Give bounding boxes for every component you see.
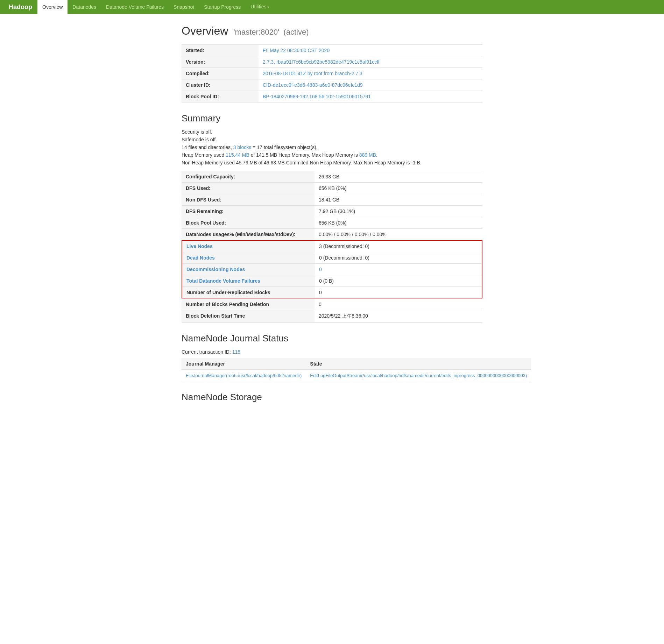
row-value: 0.00% / 0.00% / 0.00% / 0.00% — [315, 229, 482, 240]
info-value: 2016-08-18T01:41Z by root from branch-2.… — [259, 68, 482, 79]
table-row: Block Pool ID: BP-1840270989-192.168.56.… — [182, 91, 482, 102]
info-label: Started: — [182, 45, 259, 56]
info-value: 2.7.3, rbaa91f7c6bc9cb92be5982de4719c1c8… — [259, 56, 482, 68]
heap-highlight2: 889 MB — [359, 152, 376, 158]
info-label: Compiled: — [182, 68, 259, 79]
journal-table-header-row: Journal Manager State — [182, 358, 531, 370]
table-row: DFS Remaining: 7.92 GB (30.1%) — [182, 206, 482, 217]
summary-table: Configured Capacity: 26.33 GB DFS Used: … — [182, 171, 482, 240]
total-datanode-volume-failures-value: 0 (0 B) — [315, 275, 482, 287]
table-row: Dead Nodes 0 (Decommissioned: 0) — [182, 252, 482, 264]
main-content: Overview 'master:8020' (active) Started:… — [175, 14, 489, 418]
dead-nodes-value: 0 (Decommissioned: 0) — [315, 252, 482, 264]
pending-deletion-label: Number of Blocks Pending Deletion — [182, 299, 315, 310]
journal-col-manager: Journal Manager — [182, 358, 306, 370]
table-row: Total Datanode Volume Failures 0 (0 B) — [182, 275, 482, 287]
transaction-id: 118 — [232, 349, 240, 355]
blocks-highlight: 3 blocks — [233, 144, 251, 150]
summary-title: Summary — [182, 113, 482, 124]
storage-title: NameNode Storage — [182, 392, 482, 403]
info-label: Block Pool ID: — [182, 91, 259, 102]
page-title-text: Overview — [182, 24, 228, 37]
under-replicated-value: 0 — [315, 287, 482, 299]
table-row: DFS Used: 656 KB (0%) — [182, 183, 482, 194]
bottom-summary-table: Number of Blocks Pending Deletion 0 Bloc… — [182, 298, 482, 323]
row-value: 656 KB (0%) — [315, 183, 482, 194]
page-active-label: (active) — [281, 28, 309, 36]
journal-title: NameNode Journal Status — [182, 333, 482, 344]
block-deletion-start-value: 2020/5/22 上午8:36:00 — [315, 310, 482, 323]
nav-item-snapshot[interactable]: Snapshot — [169, 0, 199, 14]
table-row: Live Nodes 3 (Decommissioned: 0) — [182, 240, 482, 252]
nonheap-text: Non Heap Memory used 45.79 MB of 46.63 M… — [182, 160, 482, 165]
table-row: Number of Under-Replicated Blocks 0 — [182, 287, 482, 299]
row-label: Non DFS Used: — [182, 194, 315, 206]
row-label: Configured Capacity: — [182, 171, 315, 183]
heap-text: Heap Memory used 115.44 MB of 141.5 MB H… — [182, 152, 482, 158]
info-value: CID-de1ecc9f-e3d6-4883-a6e0-87dc96efc1d9 — [259, 79, 482, 91]
heap-highlight1: 115.44 MB — [226, 152, 249, 158]
summary-table-wrap: Configured Capacity: 26.33 GB DFS Used: … — [182, 171, 482, 323]
decommissioning-nodes-value[interactable]: 0 — [315, 264, 482, 275]
info-label: Version: — [182, 56, 259, 68]
transaction-label: Current transaction ID: — [182, 349, 231, 355]
nav-item-datanodes[interactable]: Datanodes — [68, 0, 101, 14]
info-table: Started: Fri May 22 08:36:00 CST 2020 Ve… — [182, 44, 482, 102]
info-label: Cluster ID: — [182, 79, 259, 91]
table-row: Decommissioning Nodes 0 — [182, 264, 482, 275]
nav-item-datanode-volume-failures[interactable]: Datanode Volume Failures — [101, 0, 169, 14]
journal-subtitle: Current transaction ID: 118 — [182, 349, 482, 355]
navbar: Hadoop Overview Datanodes Datanode Volum… — [0, 0, 664, 14]
table-row: Compiled: 2016-08-18T01:41Z by root from… — [182, 68, 482, 79]
journal-state-value: EditLogFileOutputStream(/usr/local/hadoo… — [306, 370, 531, 381]
total-datanode-volume-failures-label[interactable]: Total Datanode Volume Failures — [182, 275, 315, 287]
row-label: DFS Remaining: — [182, 206, 315, 217]
page-title: Overview 'master:8020' (active) — [182, 24, 482, 37]
table-row: Cluster ID: CID-de1ecc9f-e3d6-4883-a6e0-… — [182, 79, 482, 91]
nav-item-utilities[interactable]: Utilities — [246, 0, 274, 14]
table-row: Block Pool Used: 656 KB (0%) — [182, 217, 482, 229]
filesystem-text: 14 files and directories, 3 blocks = 17 … — [182, 144, 482, 150]
table-row: Block Deletion Start Time 2020/5/22 上午8:… — [182, 310, 482, 323]
highlighted-summary-table: Live Nodes 3 (Decommissioned: 0) Dead No… — [182, 240, 482, 299]
safemode-text: Safemode is off. — [182, 137, 482, 142]
dead-nodes-label[interactable]: Dead Nodes — [182, 252, 315, 264]
journal-manager-value[interactable]: FileJournalManager(root=/usr/local/hadoo… — [182, 370, 306, 381]
table-row: Version: 2.7.3, rbaa91f7c6bc9cb92be5982d… — [182, 56, 482, 68]
row-value: 18.41 GB — [315, 194, 482, 206]
security-text: Security is off. — [182, 129, 482, 135]
journal-table: Journal Manager State FileJournalManager… — [182, 358, 531, 381]
table-row: Number of Blocks Pending Deletion 0 — [182, 299, 482, 310]
live-nodes-value: 3 (Decommissioned: 0) — [315, 240, 482, 252]
journal-section: NameNode Journal Status Current transact… — [182, 333, 482, 381]
page-hostname: 'master:8020' — [231, 28, 281, 36]
table-row: Configured Capacity: 26.33 GB — [182, 171, 482, 183]
row-value: 7.92 GB (30.1%) — [315, 206, 482, 217]
row-label: DFS Used: — [182, 183, 315, 194]
journal-col-state: State — [306, 358, 531, 370]
decommissioning-nodes-label[interactable]: Decommissioning Nodes — [182, 264, 315, 275]
block-deletion-start-label: Block Deletion Start Time — [182, 310, 315, 323]
info-value: BP-1840270989-192.168.56.102-15901060157… — [259, 91, 482, 102]
navbar-brand: Hadoop — [3, 3, 37, 11]
table-row: DataNodes usages% (Min/Median/Max/stdDev… — [182, 229, 482, 240]
nav-item-overview[interactable]: Overview — [37, 0, 68, 14]
table-row: Non DFS Used: 18.41 GB — [182, 194, 482, 206]
pending-deletion-value: 0 — [315, 299, 482, 310]
row-value: 656 KB (0%) — [315, 217, 482, 229]
live-nodes-label[interactable]: Live Nodes — [182, 240, 315, 252]
info-value: Fri May 22 08:36:00 CST 2020 — [259, 45, 482, 56]
row-label: DataNodes usages% (Min/Median/Max/stdDev… — [182, 229, 315, 240]
row-label: Block Pool Used: — [182, 217, 315, 229]
under-replicated-label: Number of Under-Replicated Blocks — [182, 287, 315, 299]
nav-item-startup-progress[interactable]: Startup Progress — [199, 0, 246, 14]
row-value: 26.33 GB — [315, 171, 482, 183]
storage-section: NameNode Storage — [182, 392, 482, 403]
table-row: Started: Fri May 22 08:36:00 CST 2020 — [182, 45, 482, 56]
journal-table-row: FileJournalManager(root=/usr/local/hadoo… — [182, 370, 531, 381]
